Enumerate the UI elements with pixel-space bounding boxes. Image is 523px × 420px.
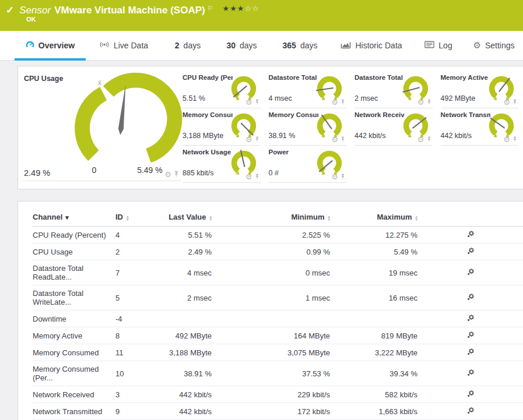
table-row[interactable]: Network Transmitted 9 442 kbit/s 172 kbi… <box>33 403 523 420</box>
channel-name-cell: Downtime <box>33 310 115 327</box>
channel-settings-icon[interactable] <box>467 390 475 399</box>
maximum-cell <box>330 310 417 327</box>
mini-gauge[interactable]: Network Received 442 kbit/s ⚙ <box>354 108 433 146</box>
maximum-cell: 12.275 % <box>330 227 417 243</box>
tab-label: Settings <box>485 41 515 50</box>
star-filled-icon[interactable]: ★ <box>223 4 230 13</box>
table-row[interactable]: Datastore Total WriteLate... 5 2 msec 1 … <box>33 285 523 310</box>
maximum-cell: 582 kbit/s <box>330 386 417 403</box>
mini-gauge[interactable]: Datastore Total ReadLa... 4 msec ⚙ <box>269 71 347 108</box>
maximum-cell: 39.34 % <box>330 361 417 386</box>
gauge-title: Memory Consumed <box>182 111 233 118</box>
tab-overview[interactable]: Overview <box>15 31 86 60</box>
pin-icon[interactable] <box>341 136 345 143</box>
column-header-last-value[interactable]: Last Value▴▾ <box>162 207 212 227</box>
pin-icon[interactable] <box>427 99 431 106</box>
channel-settings-icon[interactable] <box>467 369 475 378</box>
tab-settings[interactable]: ⚙ Settings <box>465 31 523 60</box>
tab-2-days[interactable]: 2 days <box>162 31 214 60</box>
gauge-icon <box>26 40 34 51</box>
mini-gauge[interactable]: CPU Ready (Percent) 5.51 % ⚙ <box>182 71 261 108</box>
table-row[interactable]: Network Received 3 442 kbit/s 229 kbit/s… <box>33 386 523 403</box>
channel-name-cell: Network Received <box>33 386 115 403</box>
gear-icon[interactable]: ⚙ <box>331 174 338 181</box>
pin-icon[interactable] <box>255 174 259 181</box>
gauge-scale-min: 0 <box>92 165 96 175</box>
channel-settings-icon[interactable] <box>467 247 475 256</box>
gear-icon[interactable]: ⚙ <box>417 136 424 143</box>
last-value-cell: 38.91 % <box>162 361 212 386</box>
channel-settings-icon[interactable] <box>467 348 475 357</box>
column-header-maximum[interactable]: Maximum▴▾ <box>330 207 417 227</box>
gauge-value: 3,188 MByte <box>182 132 223 140</box>
gauge-title: Memory Consumed (P... <box>269 111 319 118</box>
table-row[interactable]: CPU Ready (Percent) 4 5.51 % 2.525 % 12.… <box>33 227 523 243</box>
gear-icon[interactable]: ⚙ <box>245 174 252 181</box>
pin-icon[interactable] <box>513 99 517 106</box>
last-value-cell: 442 kbit/s <box>162 386 212 403</box>
column-header-minimum[interactable]: Minimum▴▾ <box>212 207 330 227</box>
star-rating[interactable]: ★★★☆☆ <box>223 5 259 13</box>
gauge-value: 4 msec <box>269 94 292 103</box>
tab-365-days[interactable]: 365 days <box>269 31 331 60</box>
channel-settings-icon[interactable] <box>467 268 475 277</box>
gear-icon[interactable]: ⚙ <box>164 171 171 178</box>
pin-icon[interactable] <box>255 99 259 106</box>
star-filled-icon[interactable]: ★ <box>230 4 237 13</box>
mini-gauge[interactable]: Memory Active 492 MByte ⚙ <box>441 71 519 108</box>
table-row[interactable]: Memory Consumed (Per... 10 38.91 % 37.53… <box>33 361 523 386</box>
tab-historic-data[interactable]: Historic Data <box>331 31 412 60</box>
gauge-title: Network Received <box>354 111 405 118</box>
gear-icon[interactable]: ⚙ <box>331 99 338 106</box>
mini-gauge[interactable]: Network Transmitted 442 kbit/s ⚙ <box>441 108 519 146</box>
gauge-dial <box>401 73 430 103</box>
channel-settings-icon[interactable] <box>467 293 475 302</box>
table-row[interactable]: Datastore Total ReadLate... 7 4 msec 0 m… <box>33 260 523 285</box>
gear-icon[interactable]: ⚙ <box>245 99 252 106</box>
gear-icon[interactable]: ⚙ <box>503 99 510 106</box>
primary-channel-gauge[interactable]: CPU Usage x̄ 0 5.49 % 2.49 % ⚙ <box>23 71 181 181</box>
tab-log[interactable]: Log <box>412 31 465 60</box>
mini-gauge[interactable]: Memory Consumed (P... 38.91 % ⚙ <box>269 108 347 146</box>
table-row[interactable]: CPU Usage 2 2.49 % 0.99 % 5.49 % <box>33 243 523 260</box>
table-row[interactable]: Downtime -4 <box>33 310 523 327</box>
gauge-value: 0 # <box>269 169 279 177</box>
channel-settings-icon[interactable] <box>467 314 475 323</box>
last-value-cell: 2 msec <box>162 285 212 310</box>
pin-icon[interactable] <box>341 174 345 181</box>
tab-label: Overview <box>38 41 75 50</box>
star-filled-icon[interactable]: ★ <box>237 4 245 13</box>
column-header-channel[interactable]: Channel▾ <box>33 207 115 227</box>
gear-icon[interactable]: ⚙ <box>417 99 424 106</box>
table-row[interactable]: Memory Consumed 11 3,188 MByte 3,075 MBy… <box>33 344 523 361</box>
last-value-cell: 4 msec <box>162 260 212 285</box>
mini-gauge[interactable]: Power 0 # ⚙ <box>269 146 347 183</box>
sort-icon: ▴▾ <box>415 215 417 221</box>
pin-icon[interactable] <box>255 136 259 143</box>
gear-icon[interactable]: ⚙ <box>503 136 510 143</box>
star-empty-icon[interactable]: ☆ <box>252 4 259 13</box>
gauge-title: Memory Active <box>441 74 491 81</box>
pin-icon[interactable] <box>341 99 345 106</box>
tab-bar: Overview Live Data 2 days 30 days 365 da… <box>0 31 523 61</box>
tab-label: Historic Data <box>355 41 402 50</box>
mini-gauge[interactable]: Network Usage 885 kbit/s ⚙ <box>182 146 261 183</box>
channel-settings-icon[interactable] <box>467 331 475 340</box>
sort-icon: ▴▾ <box>209 215 212 221</box>
tab-live-data[interactable]: Live Data <box>86 31 162 60</box>
gear-icon[interactable]: ⚙ <box>245 136 252 143</box>
flag-icon[interactable]: ⚐ <box>208 5 213 12</box>
gear-icon[interactable]: ⚙ <box>331 136 338 143</box>
mini-gauge[interactable]: Datastore Total WriteL... 2 msec ⚙ <box>354 71 433 108</box>
table-row[interactable]: Memory Active 8 492 MByte 164 MByte 819 … <box>33 327 523 344</box>
pin-icon[interactable] <box>513 136 517 143</box>
star-empty-icon[interactable]: ☆ <box>245 4 252 13</box>
pin-icon[interactable] <box>427 136 431 143</box>
channel-settings-icon[interactable] <box>467 407 475 416</box>
mini-gauge[interactable]: Memory Consumed 3,188 MByte ⚙ <box>182 108 261 146</box>
minimum-cell: 229 kbit/s <box>212 386 330 403</box>
tab-30-days[interactable]: 30 days <box>214 31 269 60</box>
channel-settings-icon[interactable] <box>467 230 475 239</box>
pin-icon[interactable] <box>174 171 179 178</box>
column-header-id[interactable]: ID▴▾ <box>115 207 162 227</box>
